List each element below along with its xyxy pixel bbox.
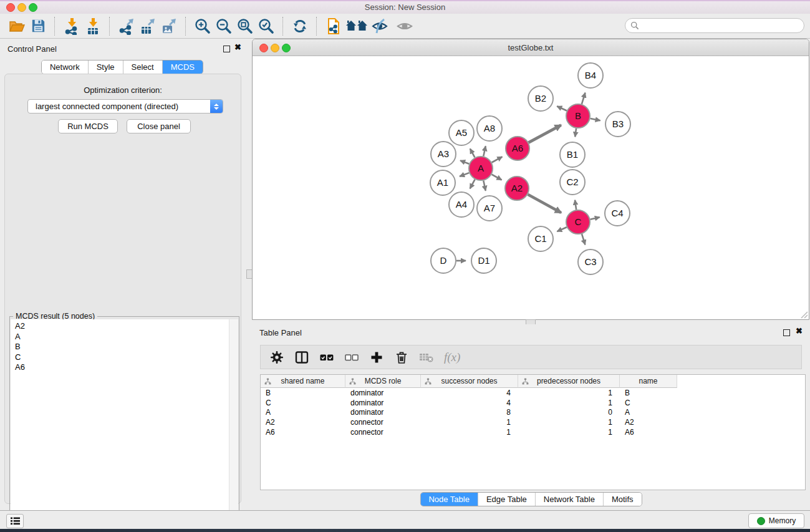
search-input[interactable] <box>625 18 804 33</box>
graph-node-label: A3 <box>438 148 449 159</box>
graph-edge-A-A1[interactable] <box>460 173 469 177</box>
titlebar-accent-line <box>0 0 810 1</box>
mcds-result-item[interactable]: C <box>11 352 229 363</box>
table-cell: connector <box>345 428 421 437</box>
tab-select[interactable]: Select <box>123 60 163 74</box>
mcds-result-item[interactable]: B <box>11 342 229 352</box>
zoom-out-icon[interactable] <box>213 16 234 36</box>
graph-edge-A-A4[interactable] <box>470 180 475 189</box>
list-icon <box>10 516 21 526</box>
export-table-icon[interactable] <box>137 16 158 36</box>
graph-edge-A-A7[interactable] <box>483 181 486 191</box>
column-header-name[interactable]: name <box>620 375 677 388</box>
table-row[interactable]: Bdominator41B <box>261 388 805 398</box>
dropdown-stepper-icon <box>210 100 223 113</box>
float-table-panel-icon[interactable] <box>783 329 790 336</box>
memory-button[interactable]: Memory <box>748 513 804 528</box>
table-cell: B <box>620 389 677 397</box>
table-cell: 1 <box>421 418 518 427</box>
table-cell: 4 <box>421 389 518 397</box>
hide-selected-icon[interactable] <box>369 16 390 36</box>
toolbar-separator <box>54 17 55 36</box>
zoom-in-icon[interactable] <box>192 16 213 36</box>
graph-edge-A-A2[interactable] <box>492 175 502 180</box>
table-row[interactable]: A2connector11A2 <box>261 417 805 427</box>
select-all-icon[interactable] <box>319 350 334 365</box>
function-builder-icon[interactable]: f(x) <box>444 351 460 364</box>
graph-edge-A-A5[interactable] <box>470 149 475 158</box>
graph-edge-C-C2[interactable] <box>575 200 576 210</box>
network-window-titlebar[interactable]: testGlobe.txt <box>253 39 809 56</box>
graph-node-label: C1 <box>534 233 546 244</box>
graph-edge-B-B4[interactable] <box>582 93 586 104</box>
graph-edge-B-B1[interactable] <box>575 128 576 137</box>
table-settings-icon[interactable] <box>269 350 284 365</box>
mcds-result-item[interactable]: A <box>11 332 229 342</box>
export-image-icon[interactable] <box>158 16 180 36</box>
graph-edge-A-A8[interactable] <box>483 146 486 156</box>
column-header-successor-nodes[interactable]: successor nodes <box>421 375 518 388</box>
graph-edge-B-B3[interactable] <box>591 118 600 120</box>
first-neighbors-icon[interactable] <box>344 16 369 36</box>
table-body: Bdominator41BCdominator41CAdominator80AA… <box>261 388 805 437</box>
import-network-icon[interactable] <box>61 16 82 36</box>
result-list-scrollbar[interactable] <box>229 319 238 531</box>
optimization-criterion-label: Optimization criterion: <box>5 85 241 95</box>
control-panel-tab-bar: NetworkStyleSelectMCDS <box>0 60 244 74</box>
mcds-result-item[interactable]: A6 <box>11 362 229 373</box>
table-row[interactable]: A6connector11A6 <box>261 427 805 437</box>
column-visibility-icon[interactable] <box>294 350 309 365</box>
zoom-selected-icon[interactable] <box>256 16 277 36</box>
node-table[interactable]: shared nameMCDS rolesuccessor nodesprede… <box>260 374 806 490</box>
close-panel-button[interactable]: Close panel <box>127 119 191 133</box>
tab-node-table[interactable]: Node Table <box>420 493 478 506</box>
tab-motifs[interactable]: Motifs <box>604 493 642 506</box>
export-network-icon[interactable] <box>116 16 137 36</box>
delete-column-icon[interactable] <box>394 350 409 365</box>
tab-network[interactable]: Network <box>42 60 89 74</box>
column-header-MCDS-role[interactable]: MCDS role <box>345 375 421 388</box>
import-table-icon[interactable] <box>82 16 104 36</box>
add-column-icon[interactable] <box>369 350 384 365</box>
control-panel: Control Panel ✖ NetworkStyleSelectMCDS O… <box>0 39 244 510</box>
graph-edge-B-B2[interactable] <box>557 106 567 110</box>
tab-mcds[interactable]: MCDS <box>163 60 203 74</box>
optimization-criterion-select[interactable]: largest connected component (directed) <box>27 99 223 114</box>
graph-node-label: C <box>575 216 582 227</box>
graph-node-label: C2 <box>566 177 578 187</box>
show-all-icon[interactable] <box>394 16 415 36</box>
close-panel-icon[interactable]: ✖ <box>234 43 241 52</box>
zoom-fit-icon[interactable] <box>234 16 256 36</box>
graph-edge-A-A6[interactable] <box>492 157 503 162</box>
tab-edge-table[interactable]: Edge Table <box>478 493 536 506</box>
save-session-icon[interactable] <box>27 16 49 36</box>
refresh-layout-icon[interactable] <box>289 16 311 36</box>
graph-edge-C-C4[interactable] <box>591 217 600 219</box>
run-mcds-button[interactable]: Run MCDS <box>58 119 118 133</box>
table-cell: connector <box>345 418 421 427</box>
mcds-result-item[interactable]: A2 <box>11 321 229 332</box>
float-panel-icon[interactable] <box>223 46 230 52</box>
new-network-from-selection-icon[interactable] <box>323 16 344 36</box>
open-session-icon[interactable] <box>6 16 27 36</box>
graph-edge-A-A3[interactable] <box>460 160 469 163</box>
tab-style[interactable]: Style <box>89 60 123 74</box>
tab-network-table[interactable]: Network Table <box>536 493 604 506</box>
selected-criterion: largest connected component (directed) <box>36 102 178 111</box>
window-resize-grip[interactable] <box>799 310 808 319</box>
close-table-panel-icon[interactable]: ✖ <box>796 327 803 336</box>
graph-edge-A6-B[interactable] <box>529 125 561 143</box>
graph-edge-A2-C[interactable] <box>528 195 561 213</box>
task-history-button[interactable] <box>6 514 24 528</box>
graph-node-label: D1 <box>478 255 489 266</box>
deselect-all-icon[interactable] <box>344 350 359 365</box>
table-row[interactable]: Adominator80A <box>261 408 805 418</box>
graph-edge-C-C1[interactable] <box>557 227 566 231</box>
delete-table-icon[interactable] <box>419 350 434 365</box>
graph-edge-C-C3[interactable] <box>582 234 585 244</box>
network-graph-canvas[interactable]: B4B2BB3A5A8A6B1A3AA1C2A2A4A7C4CC1C3DD1 <box>253 56 809 319</box>
column-header-shared-name[interactable]: shared name <box>261 375 345 388</box>
column-header-predecessor-nodes[interactable]: predecessor nodes <box>518 375 620 388</box>
graph-node-label: A5 <box>456 127 467 138</box>
table-row[interactable]: Cdominator41C <box>261 398 805 408</box>
